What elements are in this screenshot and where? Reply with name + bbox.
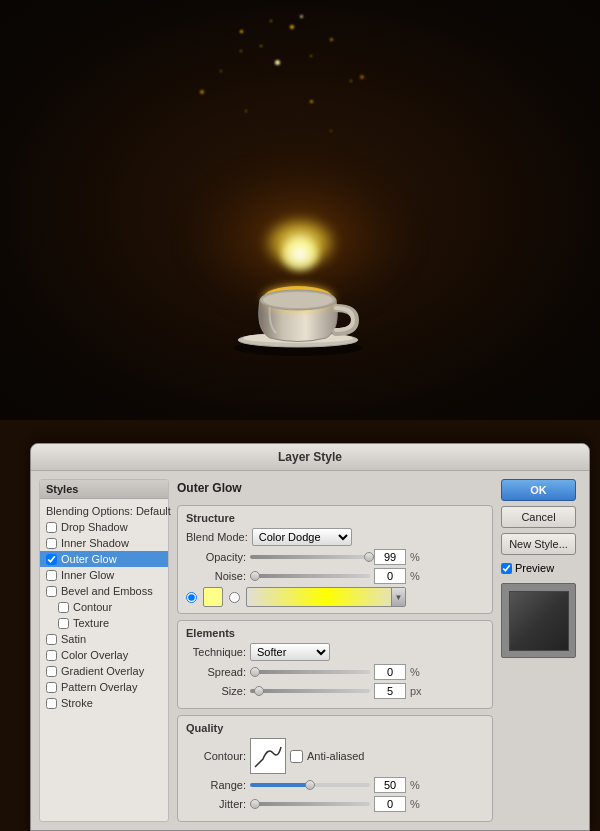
drop-shadow-item[interactable]: Drop Shadow	[40, 519, 168, 535]
opacity-slider-track[interactable]	[250, 555, 370, 559]
size-slider-track[interactable]	[250, 689, 370, 693]
bevel-emboss-item[interactable]: Bevel and Emboss	[40, 583, 168, 599]
jitter-slider-thumb[interactable]	[250, 799, 260, 809]
color-solid-radio[interactable]	[186, 592, 197, 603]
anti-aliased-checkbox[interactable]	[290, 750, 303, 763]
color-overlay-item[interactable]: Color Overlay	[40, 647, 168, 663]
inner-glow-item[interactable]: Inner Glow	[40, 567, 168, 583]
jitter-slider-track[interactable]	[250, 802, 370, 806]
main-content: Outer Glow Structure Blend Mode: Color D…	[177, 479, 493, 822]
structure-section: Structure Blend Mode: Color Dodge Normal…	[177, 505, 493, 614]
size-label: Size:	[186, 685, 246, 697]
range-label: Range:	[186, 779, 246, 791]
gradient-overlay-item[interactable]: Gradient Overlay	[40, 663, 168, 679]
blend-mode-row: Blend Mode: Color Dodge Normal Screen Mu…	[186, 528, 484, 546]
spread-input[interactable]	[374, 664, 406, 680]
new-style-button[interactable]: New Style...	[501, 533, 576, 555]
svg-point-6	[263, 292, 333, 308]
preview-label-row: Preview	[501, 562, 581, 574]
technique-label: Technique:	[186, 646, 246, 658]
texture-checkbox[interactable]	[58, 618, 69, 629]
pattern-overlay-checkbox[interactable]	[46, 682, 57, 693]
range-row: Range: %	[186, 777, 484, 793]
range-slider-thumb[interactable]	[305, 780, 315, 790]
styles-list: Blending Options: Default Drop Shadow In…	[40, 499, 168, 715]
size-input[interactable]	[374, 683, 406, 699]
blending-options-item[interactable]: Blending Options: Default	[40, 503, 168, 519]
color-gradient-bar[interactable]: ▼	[246, 587, 406, 607]
contour-row: Contour: Anti-aliased	[186, 738, 484, 774]
outer-glow-item[interactable]: Outer Glow	[40, 551, 168, 567]
contour-label: Contour:	[186, 750, 246, 762]
right-panel: OK Cancel New Style... Preview	[501, 479, 581, 822]
jitter-unit: %	[410, 798, 424, 810]
opacity-row: Opacity: %	[186, 549, 484, 565]
contour-checkbox[interactable]	[58, 602, 69, 613]
color-swatch[interactable]	[203, 587, 223, 607]
quality-section: Quality Contour: Anti-aliased Range:	[177, 715, 493, 822]
gradient-overlay-checkbox[interactable]	[46, 666, 57, 677]
satin-checkbox[interactable]	[46, 634, 57, 645]
size-row: Size: px	[186, 683, 484, 699]
noise-unit: %	[410, 570, 424, 582]
blend-mode-label: Blend Mode:	[186, 531, 248, 543]
spread-slider-thumb[interactable]	[250, 667, 260, 677]
dialog-title-text: Layer Style	[278, 450, 342, 464]
opacity-unit: %	[410, 551, 424, 563]
technique-select[interactable]: Softer Precise	[250, 643, 330, 661]
color-overlay-checkbox[interactable]	[46, 650, 57, 661]
inner-shadow-checkbox[interactable]	[46, 538, 57, 549]
noise-row: Noise: %	[186, 568, 484, 584]
stroke-checkbox[interactable]	[46, 698, 57, 709]
outer-glow-title-text: Outer Glow	[177, 481, 242, 495]
technique-row: Technique: Softer Precise	[186, 643, 484, 661]
preview-area	[501, 583, 576, 658]
opacity-slider-thumb[interactable]	[364, 552, 374, 562]
preview-inner	[509, 591, 569, 651]
drop-shadow-checkbox[interactable]	[46, 522, 57, 533]
range-input[interactable]	[374, 777, 406, 793]
blend-mode-select[interactable]: Color Dodge Normal Screen Multiply	[252, 528, 352, 546]
opacity-label: Opacity:	[186, 551, 246, 563]
cancel-button[interactable]: Cancel	[501, 506, 576, 528]
elements-title: Elements	[186, 627, 484, 639]
color-gradient-radio[interactable]	[229, 592, 240, 603]
preview-checkbox[interactable]	[501, 563, 512, 574]
preview-label: Preview	[515, 562, 554, 574]
bevel-emboss-checkbox[interactable]	[46, 586, 57, 597]
contour-thumbnail[interactable]	[250, 738, 286, 774]
stroke-item[interactable]: Stroke	[40, 695, 168, 711]
size-unit: px	[410, 685, 424, 697]
outer-glow-checkbox[interactable]	[46, 554, 57, 565]
noise-slider-track[interactable]	[250, 574, 370, 578]
anti-aliased-label: Anti-aliased	[307, 750, 364, 762]
inner-shadow-item[interactable]: Inner Shadow	[40, 535, 168, 551]
spread-row: Spread: %	[186, 664, 484, 680]
noise-slider-thumb[interactable]	[250, 571, 260, 581]
structure-title: Structure	[186, 512, 484, 524]
contour-item[interactable]: Contour	[40, 599, 168, 615]
canvas-area	[0, 0, 600, 420]
pattern-overlay-item[interactable]: Pattern Overlay	[40, 679, 168, 695]
size-slider-thumb[interactable]	[254, 686, 264, 696]
styles-panel: Styles Blending Options: Default Drop Sh…	[39, 479, 169, 822]
quality-title: Quality	[186, 722, 484, 734]
noise-input[interactable]	[374, 568, 406, 584]
outer-glow-section-title: Outer Glow	[177, 479, 493, 499]
range-slider-track[interactable]	[250, 783, 370, 787]
jitter-input[interactable]	[374, 796, 406, 812]
layer-style-dialog: Layer Style Styles Blending Options: Def…	[30, 443, 590, 831]
texture-item[interactable]: Texture	[40, 615, 168, 631]
styles-panel-header: Styles	[40, 480, 168, 499]
spread-slider-track[interactable]	[250, 670, 370, 674]
inner-glow-checkbox[interactable]	[46, 570, 57, 581]
ok-button[interactable]: OK	[501, 479, 576, 501]
spread-label: Spread:	[186, 666, 246, 678]
opacity-input[interactable]	[374, 549, 406, 565]
dialog-title: Layer Style	[31, 444, 589, 471]
color-row: ▼	[186, 587, 484, 607]
gradient-arrow[interactable]: ▼	[391, 588, 405, 606]
elements-section: Elements Technique: Softer Precise Sprea…	[177, 620, 493, 709]
satin-item[interactable]: Satin	[40, 631, 168, 647]
noise-label: Noise:	[186, 570, 246, 582]
